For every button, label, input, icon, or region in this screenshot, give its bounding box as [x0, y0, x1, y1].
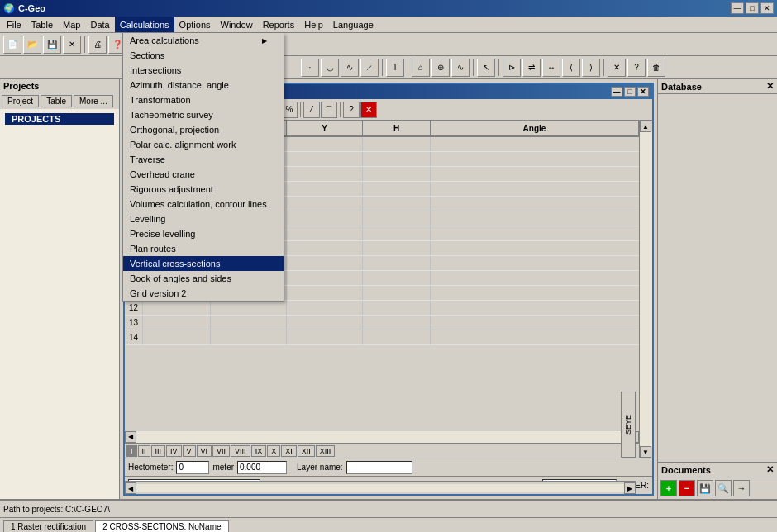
menu-calc-volumes[interactable]: Volumes calculation, contour lines	[123, 197, 284, 211]
cell-1-angle[interactable]	[431, 137, 639, 151]
cs-maximize[interactable]: □	[624, 87, 636, 97]
save-button[interactable]: 💾	[43, 36, 61, 54]
cs-draw2[interactable]: ⌒	[321, 102, 337, 118]
projects-node[interactable]: PROJECTS	[5, 113, 114, 125]
close-doc-button[interactable]: ✕	[63, 36, 81, 54]
cross-tool[interactable]: ✕	[608, 59, 626, 77]
section-tab-1[interactable]: I	[126, 445, 137, 457]
v-scrollbar[interactable]: ▲ ▼	[639, 121, 652, 458]
menu-calc-transformation[interactable]: Transformation	[123, 93, 284, 107]
meter-input[interactable]	[237, 461, 287, 474]
section-tab-3[interactable]: III	[151, 445, 166, 457]
main-scroll-right[interactable]: ▶	[624, 482, 636, 494]
menu-calc-polar[interactable]: Polar calc. alignment work	[123, 137, 284, 152]
menu-calc-traverse[interactable]: Traverse	[123, 152, 284, 167]
scroll-left[interactable]: ◀	[125, 431, 136, 443]
menu-map[interactable]: Map	[58, 17, 85, 32]
menu-file[interactable]: File	[2, 17, 26, 32]
documents-close[interactable]: ✕	[766, 464, 774, 475]
section-tab-4[interactable]: IV	[166, 445, 182, 457]
doc-remove-button[interactable]: −	[679, 480, 695, 496]
nav1[interactable]: ⊳	[503, 59, 521, 77]
doc-export-button[interactable]: →	[733, 480, 750, 496]
close-button[interactable]: ✕	[760, 2, 774, 14]
text-tool[interactable]: T	[386, 59, 404, 77]
nav3[interactable]: ↔	[542, 59, 560, 77]
cs-stop[interactable]: ✕	[360, 102, 377, 118]
bottom-tab-1[interactable]: 1 Raster rectification	[3, 520, 93, 532]
menu-calc-tacheometric[interactable]: Tacheometric survey	[123, 107, 284, 122]
section-tab-7[interactable]: VII	[212, 445, 230, 457]
table-row[interactable]: 14	[125, 330, 639, 345]
menu-language[interactable]: Language	[328, 17, 379, 32]
menu-calc-intersections[interactable]: Intersections	[123, 63, 284, 78]
menu-data[interactable]: Data	[85, 17, 114, 32]
cs-help[interactable]: ?	[343, 102, 360, 118]
h-scrollbar[interactable]: ◀ ▶	[125, 430, 639, 443]
section-tab-2[interactable]: II	[138, 445, 150, 457]
new-button[interactable]: 📄	[3, 36, 21, 54]
table-row[interactable]: 12	[125, 301, 639, 316]
draw-point[interactable]: ·	[301, 59, 319, 77]
menu-calc-sections[interactable]: Sections	[123, 48, 284, 63]
nav5[interactable]: ⟩	[582, 59, 600, 77]
doc-save-button[interactable]: 💾	[697, 480, 713, 496]
tab-more[interactable]: More ...	[74, 95, 113, 107]
nav4[interactable]: ⟨	[562, 59, 580, 77]
menu-calc-levelling[interactable]: Levelling	[123, 211, 284, 226]
doc-add-button[interactable]: +	[660, 480, 677, 496]
section-tab-11[interactable]: XI	[281, 445, 297, 457]
section-tab-12[interactable]: XII	[298, 445, 315, 457]
doc-search-button[interactable]: 🔍	[715, 480, 732, 496]
minimize-button[interactable]: —	[731, 2, 744, 14]
cell-1-y[interactable]	[287, 137, 363, 151]
tab-table[interactable]: Table	[41, 95, 72, 107]
menu-calc-area[interactable]: Area calculations	[123, 33, 284, 48]
menu-reports[interactable]: Reports	[258, 17, 300, 32]
section-tab-8[interactable]: VIII	[231, 445, 250, 457]
menu-help[interactable]: Help	[299, 17, 328, 32]
section-tab-9[interactable]: IX	[251, 445, 267, 457]
section-tab-6[interactable]: VI	[197, 445, 212, 457]
select-tool[interactable]: ↖	[477, 59, 495, 77]
menu-calculations[interactable]: Calculations	[115, 17, 174, 32]
scroll-down[interactable]: ▼	[640, 446, 651, 458]
menu-calc-vertical-cross[interactable]: Vertical cross-sections	[123, 256, 284, 271]
menu-options[interactable]: Options	[174, 17, 216, 32]
cell-1-h[interactable]	[363, 137, 431, 151]
layer-name-input[interactable]	[346, 461, 412, 474]
menu-calc-overhead-crane[interactable]: Overhead crane	[123, 167, 284, 182]
bottom-tab-2[interactable]: 2 CROSS-SECTIONS: NoName	[95, 520, 228, 532]
section-tab-10[interactable]: X	[267, 445, 280, 457]
table-row[interactable]: 13	[125, 316, 639, 330]
open-button[interactable]: 📂	[23, 36, 41, 54]
maximize-button[interactable]: □	[746, 2, 759, 14]
tree-projects-item[interactable]: PROJECTS	[3, 112, 116, 126]
menu-calc-book-angles[interactable]: Book of angles and sides	[123, 271, 284, 286]
section-tab-13[interactable]: XIII	[316, 445, 336, 457]
main-hscroll[interactable]: ◀ ▶	[125, 481, 636, 494]
draw-line[interactable]: ⟋	[360, 59, 379, 77]
cs-close[interactable]: ✕	[637, 87, 649, 97]
scroll-up[interactable]: ▲	[640, 121, 651, 132]
info-tool[interactable]: ?	[627, 59, 646, 77]
delete-tool[interactable]: 🗑	[647, 59, 665, 77]
menu-window[interactable]: Window	[216, 17, 258, 32]
nav2[interactable]: ⇌	[522, 59, 541, 77]
menu-calc-orthogonal[interactable]: Orthogonal, projection	[123, 122, 284, 137]
print-button[interactable]: 🖨	[88, 36, 107, 54]
draw-curve[interactable]: ∿	[341, 59, 359, 77]
section-tab-5[interactable]: V	[183, 445, 196, 457]
menu-calc-rigorous[interactable]: Rigorous adjustment	[123, 182, 284, 197]
menu-calc-plan-routes[interactable]: Plan routes	[123, 241, 284, 256]
tab-project[interactable]: Project	[2, 95, 39, 107]
symbol3[interactable]: ∿	[451, 59, 470, 77]
database-close[interactable]: ✕	[766, 81, 774, 92]
hectometer-input[interactable]	[176, 461, 209, 474]
main-scroll-left[interactable]: ◀	[125, 482, 136, 494]
menu-calc-precise-levelling[interactable]: Precise levelling	[123, 226, 284, 241]
cs-draw1[interactable]: ∕	[303, 102, 320, 118]
cs-minimize[interactable]: —	[611, 87, 622, 97]
menu-calc-grid[interactable]: Grid version 2	[123, 286, 284, 301]
symbol1[interactable]: ⌂	[412, 59, 430, 77]
